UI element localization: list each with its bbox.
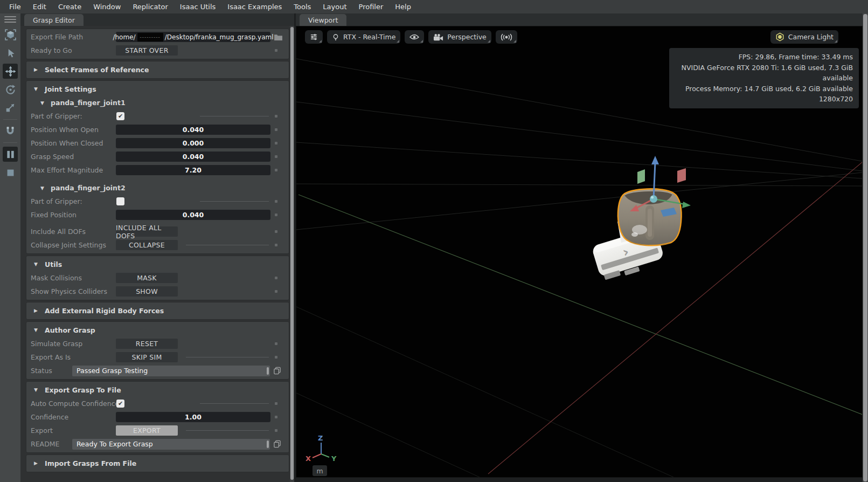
- menu-layout[interactable]: Layout: [317, 3, 352, 11]
- joint1-header[interactable]: ▼ panda_finger_joint1: [26, 96, 289, 109]
- viewport-toolbar: RTX - Real-Time Perspective: [305, 30, 517, 44]
- menu-replicator[interactable]: Replicator: [127, 3, 173, 11]
- camera-button[interactable]: Perspective: [428, 30, 491, 44]
- gizmo-y-arrowhead[interactable]: [682, 202, 691, 208]
- property-dot[interactable]: [275, 49, 277, 52]
- scale-tool-button[interactable]: [3, 100, 18, 115]
- section-title: Utils: [45, 260, 62, 268]
- gizmo-z-arrowhead[interactable]: [651, 156, 659, 164]
- show-button[interactable]: SHOW: [116, 286, 178, 297]
- export-grasp-header[interactable]: ▼ Export Grasp To File: [26, 383, 289, 397]
- menu-help[interactable]: Help: [389, 3, 417, 11]
- visibility-button[interactable]: [405, 30, 424, 44]
- menu-file[interactable]: File: [3, 3, 27, 11]
- grasp-speed-input[interactable]: 0.040: [116, 152, 270, 162]
- export-button[interactable]: EXPORT: [116, 425, 178, 436]
- author-grasp-header[interactable]: ▼ Author Grasp: [26, 323, 289, 337]
- viewport-3d-area[interactable]: ›: [296, 26, 863, 478]
- reset-button[interactable]: RESET: [116, 339, 178, 349]
- property-dot[interactable]: [275, 169, 277, 171]
- gizmo-origin-sphere[interactable]: [650, 195, 657, 203]
- move-icon: [5, 66, 16, 77]
- property-dot[interactable]: [275, 356, 277, 359]
- menu-edit[interactable]: Edit: [27, 3, 52, 11]
- property-dot[interactable]: [275, 230, 277, 233]
- position-when-open-input[interactable]: 0.040: [116, 125, 270, 135]
- scrollbar-thumb[interactable]: [863, 14, 867, 481]
- include-all-dofs-button[interactable]: INCLUDE ALL DOFS: [116, 226, 178, 237]
- copy-readme-button[interactable]: [273, 440, 281, 448]
- auto-compute-checkbox[interactable]: ✔: [116, 400, 124, 408]
- menu-isaac-utils[interactable]: Isaac Utils: [174, 3, 221, 11]
- mask-button[interactable]: MASK: [116, 273, 178, 283]
- divider-line: [186, 357, 269, 357]
- window-scrollbar[interactable]: [863, 13, 868, 482]
- stop-button[interactable]: [3, 165, 18, 180]
- export-file-path-input[interactable]: /home/---------/Desktop/franka_mug_grasp…: [116, 32, 270, 42]
- part-of-gripper-checkbox[interactable]: [116, 197, 124, 205]
- status-field[interactable]: Passed Grasp Testing: [72, 366, 270, 376]
- menu-profiler[interactable]: Profiler: [353, 3, 390, 11]
- position-when-closed-input[interactable]: 0.000: [116, 138, 270, 148]
- property-dot[interactable]: [275, 244, 277, 246]
- camera-light-button[interactable]: Camera Light: [770, 30, 838, 44]
- external-forces-header[interactable]: ▶ Add External Rigid Body Forces: [26, 304, 289, 318]
- toolbar-grip-icon[interactable]: [4, 16, 16, 23]
- panel-scrollbar[interactable]: [290, 26, 294, 482]
- move-tool-button[interactable]: [3, 64, 18, 79]
- collapse-button[interactable]: COLLAPSE: [116, 240, 178, 250]
- audio-button[interactable]: [496, 30, 517, 44]
- property-dot[interactable]: [275, 155, 277, 158]
- property-dot[interactable]: [275, 429, 277, 432]
- property-dot[interactable]: [275, 402, 277, 405]
- gizmo-origin-highlight: [651, 196, 654, 199]
- property-dot[interactable]: [275, 277, 277, 279]
- gizmo-plane-xz-red[interactable]: [677, 168, 686, 183]
- scrollbar-thumb[interactable]: [290, 27, 294, 480]
- property-dot[interactable]: [275, 342, 277, 345]
- unit-badge: m: [313, 465, 327, 476]
- property-dot[interactable]: [275, 128, 277, 131]
- menu-isaac-examples[interactable]: Isaac Examples: [221, 3, 288, 11]
- section-title: Export Grasp To File: [45, 386, 121, 394]
- utils-header[interactable]: ▼ Utils: [26, 257, 289, 271]
- part-of-gripper-checkbox[interactable]: ✔: [116, 112, 124, 120]
- readme-field[interactable]: Ready To Export Grasp: [72, 439, 270, 450]
- viewport-settings-button[interactable]: [305, 30, 323, 44]
- property-dot[interactable]: [275, 214, 277, 216]
- status-value: Passed Grasp Testing: [77, 367, 148, 375]
- confidence-input[interactable]: 1.00: [116, 412, 270, 422]
- simulate-grasp-row: Simulate Grasp RESET: [26, 337, 289, 350]
- select-tool-button[interactable]: [3, 45, 18, 60]
- fixed-position-input[interactable]: 0.040: [116, 210, 270, 220]
- joint2-header[interactable]: ▼ panda_finger_joint2: [26, 181, 289, 195]
- mask-collisions-label: Mask Collisions: [31, 274, 116, 282]
- mug-object-selected[interactable]: [618, 189, 682, 245]
- property-dot[interactable]: [275, 416, 277, 418]
- pause-button[interactable]: [3, 147, 18, 162]
- fixed-position-row: Fixed Position 0.040: [26, 208, 289, 222]
- gizmo-plane-yz-green[interactable]: [637, 169, 645, 184]
- property-dot[interactable]: [275, 290, 277, 293]
- select-mode-button[interactable]: [3, 27, 18, 42]
- menu-window[interactable]: Window: [87, 3, 127, 11]
- snap-tool-button[interactable]: [3, 123, 18, 139]
- property-dot[interactable]: [275, 142, 277, 144]
- skip-sim-button[interactable]: SKIP SIM: [116, 352, 178, 362]
- copy-status-button[interactable]: [273, 367, 281, 375]
- tab-grasp-editor[interactable]: Grasp Editor: [24, 14, 84, 26]
- rotate-tool-button[interactable]: [3, 82, 18, 97]
- folder-browse-button[interactable]: [274, 33, 283, 41]
- max-effort-input[interactable]: 7.20: [116, 165, 270, 175]
- property-dot[interactable]: [275, 115, 277, 118]
- start-over-button[interactable]: START OVER: [116, 45, 178, 56]
- render-mode-button[interactable]: RTX - Real-Time: [327, 30, 400, 44]
- camera-light-label: Camera Light: [788, 33, 834, 41]
- menu-create[interactable]: Create: [52, 3, 87, 11]
- tab-viewport[interactable]: Viewport: [300, 14, 346, 26]
- menu-tools[interactable]: Tools: [288, 3, 317, 11]
- property-dot[interactable]: [275, 200, 277, 203]
- joint-settings-header[interactable]: ▼ Joint Settings: [26, 82, 289, 96]
- import-grasps-header[interactable]: ▶ Import Grasps From File: [26, 456, 289, 470]
- select-frames-header[interactable]: ▶ Select Frames of Reference: [26, 63, 289, 77]
